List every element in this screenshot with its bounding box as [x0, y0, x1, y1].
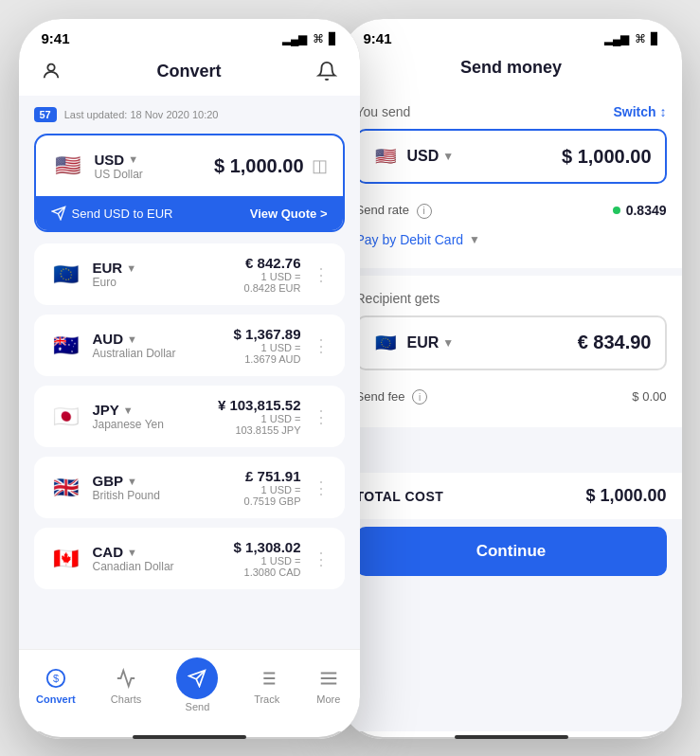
- main-currency-card[interactable]: 🇺🇸 USD ▼ US Dollar $ 1,000.00: [34, 134, 345, 232]
- nav-more[interactable]: More: [315, 665, 342, 705]
- pay-method-row[interactable]: Pay by Debit Card ▼: [356, 226, 667, 253]
- status-icons-right: ▂▄▆ ⌘ ▊: [604, 32, 659, 45]
- cad-right: $ 1,308.02 1 USD =1.3080 CAD ⋮: [234, 539, 330, 578]
- send-content: You send Switch ↕ 🇺🇸 USD ▼ $ 1,000.00: [341, 89, 682, 731]
- aud-info: AUD ▼ Australian Dollar: [93, 331, 176, 360]
- home-indicator-left: [133, 735, 246, 739]
- eur-left: 🇪🇺 EUR ▼ Euro: [49, 258, 137, 292]
- gbp-rate: 1 USD =0.7519 GBP: [244, 484, 301, 507]
- eur-name: Euro: [93, 276, 137, 289]
- eur-code: EUR ▼: [93, 260, 137, 276]
- eur-flag: 🇪🇺: [49, 258, 83, 292]
- jpy-right: ¥ 103,815.52 1 USD =103.8155 JPY ⋮: [218, 397, 330, 436]
- cad-code: CAD ▼: [93, 544, 174, 560]
- signal-icon: ▂▄▆: [282, 32, 308, 45]
- switch-button[interactable]: Switch ↕: [613, 104, 666, 119]
- right-header: Send money: [341, 50, 682, 89]
- aud-right: $ 1,367.89 1 USD =1.3679 AUD ⋮: [234, 326, 330, 365]
- main-currency-left: 🇺🇸 USD ▼ US Dollar: [51, 149, 143, 183]
- gbp-code: GBP ▼: [93, 473, 160, 489]
- main-currency-info: USD ▼ US Dollar: [95, 152, 143, 181]
- jpy-name: Japanese Yen: [93, 418, 164, 431]
- convert-icon: $: [43, 665, 69, 692]
- you-send-label: You send: [356, 104, 411, 119]
- aud-name: Australian Dollar: [93, 347, 176, 360]
- cad-menu[interactable]: ⋮: [313, 549, 330, 569]
- status-time-left: 9:41: [42, 30, 70, 46]
- aud-item[interactable]: 🇦🇺 AUD ▼ Australian Dollar $ 1,367.89 1 …: [34, 315, 345, 376]
- send-amount[interactable]: $ 1,000.00: [562, 146, 652, 168]
- cad-flag: 🇨🇦: [49, 542, 83, 576]
- nav-charts[interactable]: Charts: [111, 665, 141, 705]
- convert-label: Convert: [36, 693, 76, 705]
- home-indicator-right: [455, 735, 568, 739]
- aud-flag: 🇦🇺: [49, 329, 83, 363]
- status-bar-right: 9:41 ▂▄▆ ⌘ ▊: [341, 19, 682, 50]
- main-card-top: 🇺🇸 USD ▼ US Dollar $ 1,000.00: [36, 135, 343, 196]
- nav-convert[interactable]: $ Convert: [36, 665, 76, 705]
- cad-left: 🇨🇦 CAD ▼ Canadian Dollar: [49, 542, 174, 576]
- eur-amount-block: € 842.76 1 USD =0.8428 EUR: [244, 255, 301, 294]
- battery-icon-right: ▊: [651, 32, 659, 45]
- send-currency-selector[interactable]: 🇺🇸 USD ▼: [371, 142, 455, 171]
- send-rate-info-icon[interactable]: i: [417, 204, 432, 219]
- gbp-right: £ 751.91 1 USD =0.7519 GBP ⋮: [244, 468, 330, 507]
- battery-icon: ▊: [329, 32, 337, 45]
- send-fee-label: Send fee i: [356, 389, 428, 405]
- recipient-label: Recipient gets: [356, 291, 667, 306]
- view-quote-btn[interactable]: View Quote >: [250, 207, 328, 221]
- jpy-amount: ¥ 103,815.52: [218, 397, 301, 413]
- cad-amount-block: $ 1,308.02 1 USD =1.3080 CAD: [234, 539, 301, 578]
- charts-icon: [113, 665, 139, 692]
- bottom-nav-left: $ Convert Charts: [19, 649, 360, 731]
- usd-flag: 🇺🇸: [51, 149, 85, 183]
- eur-info: EUR ▼ Euro: [93, 260, 137, 289]
- more-icon: [315, 665, 342, 692]
- gbp-amount-block: £ 751.91 1 USD =0.7519 GBP: [244, 468, 301, 507]
- recipient-currency-row[interactable]: 🇪🇺 EUR ▼ € 834.90: [356, 315, 667, 370]
- recipient-currency-code: EUR ▼: [407, 334, 455, 351]
- recipient-currency-selector[interactable]: 🇪🇺 EUR ▼: [371, 329, 455, 357]
- send-chevron-icon: ▼: [442, 150, 454, 163]
- jpy-info: JPY ▼ Japanese Yen: [93, 402, 164, 431]
- wifi-icon: ⌘: [313, 32, 324, 45]
- calculator-icon[interactable]: ◫: [312, 155, 328, 176]
- bell-icon[interactable]: [314, 58, 340, 84]
- recipient-chevron-icon: ▼: [442, 336, 454, 350]
- main-card-bottom[interactable]: Send USD to EUR View Quote >: [36, 196, 343, 230]
- aud-menu[interactable]: ⋮: [313, 335, 330, 356]
- left-header-title: Convert: [156, 62, 221, 81]
- send-fee-info-icon[interactable]: i: [412, 389, 427, 405]
- aud-code: AUD ▼: [93, 331, 176, 347]
- jpy-item[interactable]: 🇯🇵 JPY ▼ Japanese Yen ¥ 103,815.52 1 USD…: [34, 386, 345, 447]
- gbp-flag: 🇬🇧: [49, 471, 83, 505]
- recipient-flag: 🇪🇺: [371, 329, 400, 357]
- profile-icon[interactable]: [38, 58, 64, 84]
- jpy-code: JPY ▼: [93, 402, 164, 418]
- eur-menu[interactable]: ⋮: [313, 264, 330, 285]
- gbp-info: GBP ▼ British Pound: [93, 473, 160, 502]
- update-text: Last updated: 18 Nov 2020 10:20: [64, 109, 219, 120]
- eur-item[interactable]: 🇪🇺 EUR ▼ Euro € 842.76 1 USD =0.8428 EUR…: [34, 243, 345, 305]
- gbp-item[interactable]: 🇬🇧 GBP ▼ British Pound £ 751.91 1 USD =0…: [34, 457, 345, 518]
- main-currency-name: US Dollar: [95, 168, 143, 181]
- jpy-amount-block: ¥ 103,815.52 1 USD =103.8155 JPY: [218, 397, 301, 436]
- aud-rate: 1 USD =1.3679 AUD: [234, 342, 301, 365]
- right-phone: 9:41 ▂▄▆ ⌘ ▊ Send money You send: [341, 19, 682, 739]
- gbp-name: British Pound: [93, 489, 160, 502]
- gbp-left: 🇬🇧 GBP ▼ British Pound: [49, 471, 160, 505]
- continue-button[interactable]: Continue: [356, 527, 667, 576]
- nav-send[interactable]: Send: [176, 657, 218, 712]
- recipient-section: Recipient gets 🇪🇺 EUR ▼ € 834.90: [341, 276, 682, 428]
- you-send-currency-row[interactable]: 🇺🇸 USD ▼ $ 1,000.00: [356, 129, 667, 184]
- eur-amount: € 842.76: [244, 255, 301, 271]
- nav-track[interactable]: Track: [254, 665, 280, 705]
- gbp-menu[interactable]: ⋮: [313, 477, 330, 498]
- svg-text:$: $: [53, 673, 59, 684]
- aud-amount: $ 1,367.89: [234, 326, 301, 342]
- cad-name: Canadian Dollar: [93, 560, 174, 573]
- jpy-menu[interactable]: ⋮: [313, 406, 330, 427]
- cad-item[interactable]: 🇨🇦 CAD ▼ Canadian Dollar $ 1,308.02 1 US…: [34, 528, 345, 589]
- left-header: Convert: [19, 50, 360, 96]
- send-icon: [176, 657, 218, 699]
